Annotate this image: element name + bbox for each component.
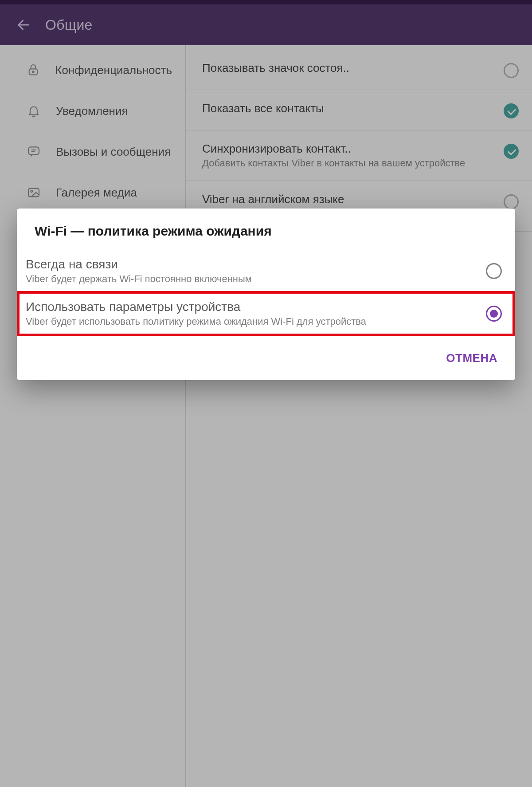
option-subtitle: Viber будет держать Wi-Fi постоянно вклю…: [26, 273, 477, 285]
option-subtitle: Viber будет использовать политику режима…: [26, 316, 477, 327]
option-title: Всегда на связи: [26, 257, 477, 272]
radio-unchecked-icon[interactable]: [486, 263, 502, 279]
wifi-option-always-connected[interactable]: Всегда на связи Viber будет держать Wi-F…: [17, 251, 515, 291]
modal-scrim[interactable]: [0, 0, 532, 787]
cancel-button[interactable]: ОТМЕНА: [446, 351, 497, 365]
wifi-sleep-policy-dialog: Wi-Fi — политика режима ожидания Всегда …: [17, 209, 515, 380]
dialog-title: Wi-Fi — политика режима ожидания: [17, 209, 515, 251]
wifi-option-use-device-settings[interactable]: Использовать параметры устройства Viber …: [17, 291, 515, 336]
radio-checked-icon[interactable]: [486, 306, 502, 322]
option-title: Использовать параметры устройства: [26, 300, 477, 314]
